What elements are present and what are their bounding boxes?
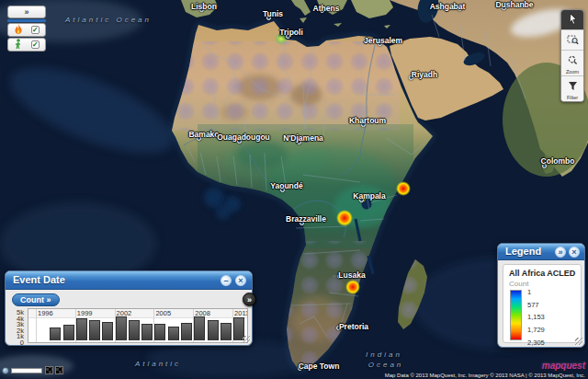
histogram-bar[interactable] <box>220 323 232 340</box>
event-date-panel: Event Date – × Count » » 5k4k3k2k1k0 199… <box>5 270 253 346</box>
layer-row-heatmap[interactable]: ✓ <box>7 23 46 37</box>
histogram-bar[interactable] <box>141 324 153 340</box>
event-date-panel-header[interactable]: Event Date – × <box>6 271 252 290</box>
city-marker <box>359 198 364 202</box>
city-marker <box>237 139 242 144</box>
zoom-box-tool-button[interactable] <box>561 30 583 51</box>
city-marker <box>266 16 271 20</box>
grid-line <box>36 309 37 342</box>
hotspot-great-lakes <box>336 210 353 226</box>
x-tick-label: 2005 <box>155 309 171 317</box>
city-marker <box>199 7 204 12</box>
city-marker <box>409 75 413 80</box>
legend-panel-header[interactable]: Legend » × <box>498 244 584 260</box>
layers-toolbar: » ✓ ✓ <box>7 6 46 52</box>
zoom-tool-button[interactable]: Zoom <box>561 51 583 76</box>
legend-panel: Legend » × All Africa ACLED Count 15771,… <box>497 243 585 348</box>
legend-stop-value: 1,153 <box>527 313 545 321</box>
legend-stop-value: 1 <box>527 288 531 296</box>
histogram-y-axis: 5k4k3k2k1k0 <box>6 308 26 343</box>
histogram-bar[interactable] <box>102 322 113 340</box>
hotspot-zimbabwe <box>345 280 360 294</box>
tile-placeholder <box>45 366 53 374</box>
layers-collapse-button[interactable]: » <box>7 6 46 18</box>
histogram-bar[interactable] <box>76 318 87 340</box>
histogram-bar[interactable] <box>194 316 205 340</box>
legend-stop-value: 577 <box>527 300 539 308</box>
filter-tool-label: Filter <box>561 95 583 100</box>
x-tick-label: 1996 <box>38 309 53 317</box>
resize-handle[interactable] <box>575 338 582 345</box>
histogram-bar[interactable] <box>63 325 74 340</box>
legend-panel-title: Legend <box>505 246 541 257</box>
heatmap-layer-checkbox[interactable]: ✓ <box>31 26 40 34</box>
city-marker <box>542 164 547 168</box>
zoom-box-icon <box>567 32 579 48</box>
city-marker <box>378 41 382 46</box>
layer-row-events[interactable]: ✓ <box>7 38 46 52</box>
city-marker <box>298 366 302 371</box>
city-marker <box>502 6 506 10</box>
tile-placeholder <box>55 366 63 374</box>
histogram-year-strip <box>28 309 247 318</box>
filter-icon <box>568 78 578 94</box>
map-canvas[interactable]: LisbonTunisAthensTripoliJerusalemAshgaba… <box>0 0 588 379</box>
y-tick-label: 0 <box>20 339 24 347</box>
legend-heading: All Africa ACLED <box>509 269 575 278</box>
events-layer-checkbox[interactable]: ✓ <box>31 40 40 49</box>
histogram-bar[interactable] <box>168 327 179 340</box>
legend-stop-value: 1,729 <box>527 326 545 334</box>
close-icon[interactable]: × <box>235 275 246 286</box>
city-marker <box>336 326 341 330</box>
histogram-bar[interactable] <box>89 320 100 340</box>
legend-expand-button[interactable]: » <box>555 247 566 258</box>
close-icon[interactable]: × <box>569 247 580 258</box>
globe-icon <box>2 367 9 374</box>
person-icon <box>14 37 23 53</box>
event-date-histogram[interactable]: 199619992002200520082011 <box>28 308 248 343</box>
cursor-icon <box>568 12 578 28</box>
event-date-panel-title: Event Date <box>13 274 65 285</box>
city-marker <box>297 140 301 144</box>
resize-handle[interactable] <box>243 336 250 343</box>
city-marker <box>337 274 342 279</box>
histogram-bar[interactable] <box>154 324 165 340</box>
legend-sublabel: Count <box>509 280 528 288</box>
map-attribution: Map Data © 2013 MapQuest, Inc. Imagery ©… <box>385 373 585 378</box>
filter-tool-button[interactable]: Filter <box>561 76 583 101</box>
pan-tool-button[interactable] <box>561 10 583 30</box>
x-tick-label: 1999 <box>77 309 93 317</box>
city-marker <box>361 122 366 127</box>
city-marker <box>286 34 290 39</box>
x-tick-label: 2011 <box>234 309 248 317</box>
histogram-bar[interactable] <box>129 320 140 340</box>
panel-expand-button[interactable]: » <box>243 293 256 306</box>
city-marker <box>320 8 324 13</box>
histogram-bar[interactable] <box>181 323 192 340</box>
zoom-tool-label: Zoom <box>561 69 583 75</box>
count-field-button[interactable]: Count » <box>12 293 60 306</box>
hotspot-somalia-coast <box>396 181 411 196</box>
zoom-circle-icon <box>568 52 578 68</box>
histogram-bar[interactable] <box>208 320 219 340</box>
mapquest-logo[interactable]: mapquest <box>542 361 585 371</box>
legend-stop-value: 2,305 <box>527 338 545 346</box>
city-marker <box>458 6 462 11</box>
city-marker <box>197 136 201 141</box>
city-marker <box>300 221 304 225</box>
legend-card: All Africa ACLED Count 15771,1531,7292,3… <box>503 264 582 343</box>
minimize-button[interactable]: – <box>220 275 232 286</box>
map-tools-toolbar: Zoom Filter <box>560 9 584 102</box>
scale-rect <box>11 368 42 373</box>
histogram-bar[interactable] <box>116 316 127 340</box>
legend-gradient-ramp <box>510 290 522 340</box>
histogram-bar[interactable] <box>50 327 61 340</box>
city-marker <box>280 188 285 192</box>
